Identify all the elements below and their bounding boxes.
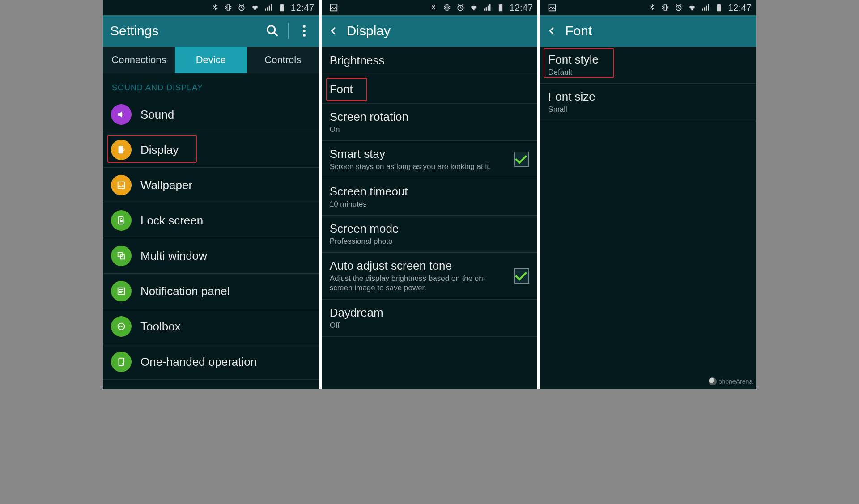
one-handed-icon	[111, 352, 132, 372]
list-item-screen-timeout[interactable]: Screen timeout 10 minutes	[322, 178, 538, 216]
list-item-sub: On	[330, 125, 526, 134]
list-item-toolbox[interactable]: Toolbox	[103, 309, 319, 344]
list-item-display[interactable]: Display	[103, 132, 319, 168]
list-item-label: Screen rotation	[330, 110, 526, 124]
list-item-auto-adjust[interactable]: Auto adjust screen tone Adjust the displ…	[322, 253, 538, 300]
vibrate-icon	[442, 3, 451, 12]
tab-device[interactable]: Device	[175, 47, 247, 73]
phonearena-logo-icon	[709, 377, 717, 385]
display-icon	[111, 140, 132, 160]
phone-settings: 12:47 Settings Connections Device Contro…	[103, 0, 319, 389]
list-item-sub: 10 minutes	[330, 199, 526, 209]
list-item-one-handed[interactable]: One-handed operation	[103, 344, 319, 380]
list-item-sub: Adjust the display brightness based on t…	[330, 274, 502, 293]
checkbox-smart-stay[interactable]	[514, 152, 529, 167]
tab-connections[interactable]: Connections	[103, 47, 175, 73]
battery-icon	[496, 3, 505, 12]
svg-point-15	[119, 326, 120, 327]
checkbox-auto-adjust[interactable]	[514, 268, 529, 284]
app-bar: Settings	[103, 15, 319, 47]
app-bar: Display	[322, 15, 538, 47]
watermark-text: phoneArena	[719, 378, 753, 385]
alarm-icon	[237, 3, 246, 12]
wifi-icon	[251, 3, 259, 12]
svg-rect-8	[118, 182, 125, 189]
list-item-smart-stay[interactable]: Smart stay Screen stays on as long as yo…	[322, 141, 538, 178]
wifi-icon	[469, 3, 478, 12]
list-item-sub: Professional photo	[330, 237, 526, 246]
divider	[288, 23, 289, 39]
svg-point-3	[303, 25, 306, 28]
list-item-label: Font	[330, 82, 353, 96]
list-item-sound[interactable]: Sound	[103, 97, 319, 132]
back-icon[interactable]	[329, 26, 339, 36]
svg-rect-22	[549, 4, 556, 11]
search-icon[interactable]	[265, 23, 280, 38]
watermark: phoneArena	[709, 377, 753, 385]
screenshot-icon	[329, 3, 339, 13]
list-item-screen-rotation[interactable]: Screen rotation On	[322, 104, 538, 141]
list-item-label: Font style	[548, 53, 744, 67]
list-item-screen-mode[interactable]: Screen mode Professional photo	[322, 216, 538, 253]
list-item-label: Auto adjust screen tone	[330, 259, 502, 273]
font-list: Font style Default Font size Small	[540, 47, 756, 389]
svg-point-16	[121, 326, 122, 327]
list-item-sub: Screen stays on as long as you are looki…	[330, 162, 502, 171]
list-item-multi-window[interactable]: Multi window	[103, 238, 319, 274]
app-bar: Font	[540, 15, 756, 47]
svg-point-7	[123, 149, 125, 151]
bluetooth-icon	[647, 3, 656, 12]
list-item-font-style[interactable]: Font style Default	[540, 47, 756, 84]
status-time: 12:47	[291, 3, 315, 13]
list-item-label: Smart stay	[330, 147, 502, 161]
page-title: Display	[347, 23, 531, 38]
list-item-label: Screen timeout	[330, 185, 526, 199]
notification-panel-icon	[111, 281, 132, 301]
toolbox-icon	[111, 316, 132, 337]
list-item-label: Daydream	[330, 306, 526, 320]
list-item-font[interactable]: Font	[322, 75, 538, 104]
tab-label: Device	[196, 54, 226, 66]
section-personalisation: PERSONALISATION	[103, 380, 319, 389]
list-item-label: Sound	[140, 108, 174, 122]
display-list: Brightness Font Screen rotation On Smart…	[322, 47, 538, 389]
tab-bar: Connections Device Controls	[103, 47, 319, 73]
alarm-icon	[456, 3, 465, 12]
list-item-lock-screen[interactable]: Lock screen	[103, 203, 319, 238]
tab-controls[interactable]: Controls	[247, 47, 319, 73]
svg-rect-10	[120, 220, 123, 222]
signal-icon	[483, 3, 492, 12]
tab-label: Controls	[264, 54, 301, 66]
list-item-notification-panel[interactable]: Notification panel	[103, 274, 319, 309]
svg-rect-1	[281, 6, 284, 11]
list-item-daydream[interactable]: Daydream Off	[322, 300, 538, 337]
bluetooth-icon	[429, 3, 438, 12]
list-item-label: One-handed operation	[140, 355, 257, 369]
status-bar: 12:47	[540, 0, 756, 15]
list-item-label: Toolbox	[140, 320, 181, 334]
svg-point-2	[267, 26, 275, 34]
screenshot-icon	[547, 3, 557, 13]
list-item-font-size[interactable]: Font size Small	[540, 84, 756, 121]
alarm-icon	[674, 3, 683, 12]
status-bar: 12:47	[322, 0, 538, 15]
list-item-brightness[interactable]: Brightness	[322, 47, 538, 75]
back-icon[interactable]	[547, 26, 557, 36]
svg-rect-24	[718, 6, 721, 11]
svg-point-5	[303, 34, 306, 37]
svg-rect-18	[119, 358, 124, 366]
list-item-wallpaper[interactable]: Wallpaper	[103, 168, 319, 203]
list-item-label: Multi window	[140, 249, 207, 263]
battery-icon	[714, 3, 723, 12]
multi-window-icon	[111, 246, 132, 266]
sound-icon	[111, 104, 132, 125]
list-item-label: Notification panel	[140, 284, 230, 298]
svg-rect-21	[499, 6, 502, 11]
list-item-sub: Default	[548, 68, 744, 77]
list-item-sub: Small	[548, 105, 744, 114]
overflow-menu-icon[interactable]	[297, 23, 312, 38]
phone-display: 12:47 Display Brightness Font Screen rot…	[322, 0, 538, 389]
list-item-label: Display	[140, 143, 179, 157]
status-time: 12:47	[510, 3, 533, 13]
signal-icon	[264, 3, 273, 12]
